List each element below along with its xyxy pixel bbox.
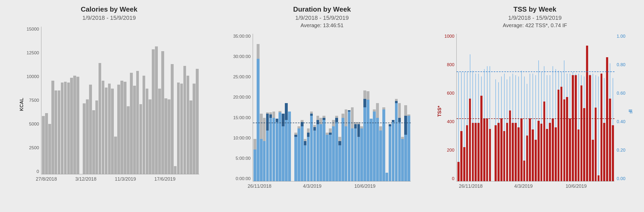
bar: [152, 27, 155, 174]
bar: [193, 27, 196, 174]
bar: [253, 34, 256, 181]
bar: [603, 34, 606, 181]
bar: [266, 34, 269, 181]
bar: [307, 34, 310, 181]
bar: [389, 34, 392, 181]
panel-calories: Calories by Week 1/9/2018 - 15/9/2019 KC…: [4, 5, 214, 182]
bar: [537, 34, 540, 181]
bar: [367, 34, 369, 181]
bar: [592, 34, 594, 181]
ytick-right: 0.40: [617, 119, 625, 124]
ylabel-if: IF: [627, 109, 633, 114]
bar: [491, 34, 494, 181]
bar: [348, 34, 351, 181]
bar: [543, 34, 546, 181]
bar: [497, 34, 500, 181]
bar: [472, 34, 474, 181]
bar: [589, 34, 591, 181]
bar: [117, 27, 120, 174]
xtick: 4/3/2019: [497, 184, 550, 189]
bar: [583, 34, 586, 181]
bar: [354, 34, 357, 181]
bar: [517, 34, 520, 181]
bar: [363, 34, 366, 181]
ytick-right: 0.80: [617, 62, 625, 68]
xaxis-duration: 26/11/20184/3/201910/6/2019: [233, 184, 391, 189]
bar: [260, 34, 263, 181]
bar: [523, 34, 526, 181]
chart-tss: TSS* 10008006004002000 1.000.800.600.400…: [437, 34, 633, 189]
bar: [329, 34, 332, 181]
bar: [111, 27, 114, 174]
bar: [401, 34, 404, 181]
ylabel-tss: TSS*: [437, 106, 442, 117]
bar: [73, 27, 76, 174]
bar: [382, 34, 385, 181]
ytick-right: 0.60: [617, 91, 625, 96]
bar: [373, 34, 376, 181]
bar: [177, 27, 180, 174]
bar: [486, 34, 489, 181]
chart-calories: KCAL 1500012500100007500500025000 27/8/2…: [19, 27, 199, 182]
bar: [326, 34, 329, 181]
xtick: 11/3/2019: [106, 176, 145, 182]
bar: [288, 34, 291, 181]
ytick: 25:00:00: [233, 74, 251, 80]
bar: [171, 27, 174, 174]
bar: [549, 34, 551, 181]
bar: [316, 34, 319, 181]
ytick: 15000: [27, 27, 39, 32]
panel-avg: Average: 13:46:51: [300, 22, 343, 28]
panel-avg: Average: 422 TSS*, 0.74 IF: [503, 22, 567, 28]
bar: [514, 34, 517, 181]
bar: [149, 27, 152, 174]
avg-line-duration: [253, 123, 411, 123]
ytick-left: 0: [452, 176, 454, 181]
xtick: 10/6/2019: [339, 184, 391, 189]
plot-calories: [41, 27, 199, 174]
bar: [158, 27, 161, 174]
bar: [540, 34, 543, 181]
bar: [114, 27, 117, 174]
xtick: 3/12/2018: [66, 176, 106, 182]
xaxis-calories: 27/8/20183/12/201811/3/201917/6/2019: [27, 176, 185, 182]
bar: [580, 34, 583, 181]
bar: [531, 34, 534, 181]
bar: [395, 34, 398, 181]
bar: [500, 34, 503, 181]
xtick: 17/6/2019: [145, 176, 185, 182]
bar: [95, 27, 98, 174]
bar: [164, 27, 167, 174]
bar: [67, 27, 70, 174]
bar: [370, 34, 373, 181]
bar: [323, 34, 325, 181]
bar: [351, 34, 354, 181]
bar: [168, 27, 170, 174]
bar: [130, 27, 133, 174]
bar: [120, 27, 123, 174]
bar: [313, 34, 316, 181]
bar: [124, 27, 126, 174]
ytick-left: 600: [447, 91, 454, 96]
bar: [51, 27, 54, 174]
bar: [45, 27, 48, 174]
bar: [310, 34, 313, 181]
bar: [180, 27, 183, 174]
bar: [376, 34, 379, 181]
panel-duration: Duration by Week 1/9/2018 - 15/9/2019 Av…: [217, 5, 427, 189]
ytick: 15:00:00: [233, 115, 251, 121]
bar: [155, 27, 158, 174]
bar: [61, 27, 64, 174]
panel-subtitle: 1/9/2018 - 15/9/2019: [508, 15, 562, 21]
bar: [89, 27, 92, 174]
bar: [55, 27, 57, 174]
bar: [480, 34, 483, 181]
bar: [463, 34, 466, 181]
bar: [577, 34, 580, 181]
bar: [42, 27, 45, 174]
panel-title: Calories by Week: [81, 5, 138, 13]
bar: [594, 34, 597, 181]
bar: [477, 34, 480, 181]
bar: [386, 34, 388, 181]
bar: [92, 27, 95, 174]
